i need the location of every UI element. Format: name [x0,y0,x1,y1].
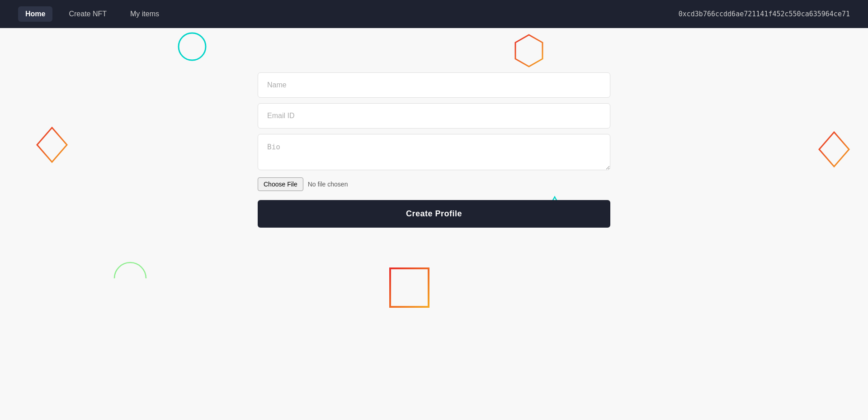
file-upload-row: Choose File No file chosen [258,177,610,191]
email-input[interactable] [258,103,610,129]
deco-diamond-left [36,127,68,163]
svg-marker-2 [37,128,67,162]
form-container: Choose File No file chosen Create Profil… [258,72,610,228]
nav-home[interactable]: Home [18,6,52,22]
bio-input[interactable] [258,134,610,170]
wallet-address: 0xcd3b766ccdd6ae721141f452c550ca635964ce… [679,10,850,18]
name-input[interactable] [258,72,610,98]
svg-point-0 [179,33,206,60]
svg-rect-5 [390,268,429,307]
choose-file-button[interactable]: Choose File [258,177,303,191]
svg-marker-3 [819,132,849,167]
create-profile-button[interactable]: Create Profile [258,200,610,228]
no-file-label: No file chosen [308,181,348,188]
deco-circle [176,31,208,62]
svg-marker-1 [515,35,542,67]
nav-links: Home Create NFT My items [18,6,679,22]
deco-diamond-right [818,131,850,167]
deco-semicircle [112,260,148,281]
nav-my-items[interactable]: My items [123,6,166,22]
nav-create-nft[interactable]: Create NFT [61,6,114,22]
deco-hexagon [511,33,547,69]
deco-square [388,266,431,309]
navbar: Home Create NFT My items 0xcd3b766ccdd6a… [0,0,868,28]
